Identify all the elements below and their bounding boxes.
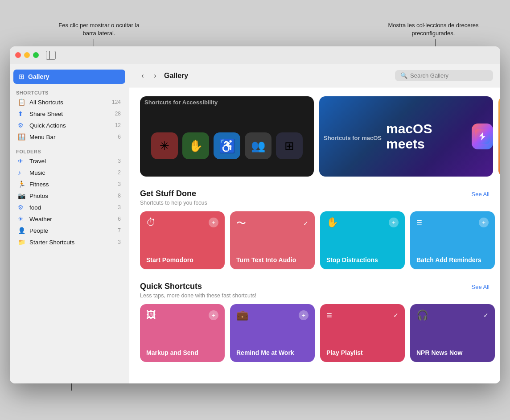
remind-work-card[interactable]: 💼 + Remind Me at Work [230, 304, 315, 362]
audio-icon: 〜 [236, 217, 246, 230]
travel-count: 3 [118, 158, 121, 164]
sidebar-item-travel[interactable]: ✈ Travel 3 [12, 155, 127, 167]
titlebar [10, 46, 500, 64]
quick-shortcuts-header: Quick Shortcuts See All [140, 282, 489, 291]
pomodoro-icon: ⏱ [146, 217, 156, 228]
macos-text: macOS meets [386, 121, 460, 152]
fullscreen-button[interactable] [33, 52, 39, 58]
quick-shortcuts-cards: 🖼 + Markup and Send 💼 + [140, 304, 489, 362]
acc-icon-4: 👥 [245, 132, 271, 159]
remind-card-top: 💼 + [236, 309, 308, 321]
start-pomodoro-card[interactable]: ⏱ + Start Pomodoro [140, 211, 225, 269]
sidebar: ⊞ Gallery Shortcuts 📋 All Shortcuts 124 … [10, 64, 129, 383]
pomodoro-label: Start Pomodoro [146, 256, 218, 264]
banner-section: Shortcuts for Accessibility ✳ ✋ ♿ 👥 ⊞ [140, 96, 489, 177]
menu-bar-label: Menu Bar [29, 134, 118, 140]
play-card-top: ≡ ✓ [326, 309, 399, 321]
gallery-content: Shortcuts for Accessibility ✳ ✋ ♿ 👥 ⊞ [129, 87, 500, 383]
accessibility-icons: ✳ ✋ ♿ 👥 ⊞ [140, 106, 314, 177]
share-sheet-label: Share Sheet [29, 111, 115, 117]
stop-add-btn[interactable]: + [389, 218, 399, 227]
card-top: ⏱ + [146, 217, 218, 228]
get-stuff-done-subtitle: Shortcuts to help you focus [140, 200, 489, 206]
sidebar-item-menu-bar[interactable]: 🪟 Menu Bar 6 [12, 131, 127, 143]
sidebar-item-people[interactable]: 👤 People 7 [12, 225, 127, 236]
photos-icon: 📷 [18, 192, 27, 199]
sidebar-item-starter-shortcuts[interactable]: 📁 Starter Shortcuts 3 [12, 236, 127, 248]
sidebar-item-weather[interactable]: ☀ Weather 6 [12, 213, 127, 225]
sidebar-toggle-button[interactable] [46, 51, 56, 60]
get-stuff-done-see-all[interactable]: See All [472, 191, 489, 198]
quick-shortcuts-see-all[interactable]: See All [472, 284, 489, 290]
card-top-4: ≡ + [416, 217, 489, 228]
back-button[interactable]: ‹ [136, 70, 149, 82]
get-stuff-done-title: Get Stuff Done [140, 189, 196, 198]
stop-icon: ✋ [326, 217, 338, 228]
starter-shortcuts-label: Starter Shortcuts [29, 239, 118, 246]
food-icon: ⚙ [18, 204, 27, 211]
reminders-add-btn[interactable]: + [479, 218, 489, 227]
acc-icon-1: ✳ [151, 132, 178, 159]
quick-shortcuts-title: Quick Shortcuts [140, 282, 202, 291]
app-body: ⊞ Gallery Shortcuts 📋 All Shortcuts 124 … [10, 64, 500, 383]
markup-card-top: 🖼 + [146, 309, 218, 321]
gallery-nav-button[interactable]: ⊞ Gallery [13, 70, 125, 84]
music-count: 2 [118, 169, 121, 176]
macos-banner-title: Shortcuts for macOS [324, 135, 382, 141]
menu-bar-count: 6 [118, 134, 121, 140]
sidebar-item-quick-actions[interactable]: ⚙ Quick Actions 12 [12, 119, 127, 131]
markup-send-card[interactable]: 🖼 + Markup and Send [140, 304, 225, 362]
npr-icon: 🎧 [416, 309, 428, 321]
page-title: Gallery [164, 72, 188, 80]
sidebar-item-music[interactable]: ♪ Music 2 [12, 167, 127, 178]
batch-reminders-label: Batch Add Reminders [416, 256, 489, 264]
batch-reminders-card[interactable]: ≡ + Batch Add Reminders [410, 211, 495, 269]
search-input[interactable] [410, 72, 488, 79]
all-shortcuts-icon: 📋 [18, 99, 27, 106]
close-button[interactable] [15, 52, 21, 58]
remind-add-btn[interactable]: + [299, 310, 308, 320]
sidebar-item-food[interactable]: ⚙ food 3 [12, 202, 127, 213]
quick-actions-count: 12 [115, 122, 121, 128]
markup-send-label: Markup and Send [146, 349, 218, 357]
menu-bar-icon: 🪟 [18, 133, 27, 140]
weather-count: 6 [118, 216, 121, 222]
stop-distractions-card[interactable]: ✋ + Stop Distractions [320, 211, 405, 269]
get-stuff-done-section: Get Stuff Done See All Shortcuts to help… [140, 189, 489, 269]
play-playlist-card[interactable]: ≡ ✓ Play Playlist [320, 304, 405, 362]
accessibility-banner[interactable]: Shortcuts for Accessibility ✳ ✋ ♿ 👥 ⊞ [140, 96, 314, 177]
play-playlist-label: Play Playlist [326, 349, 399, 357]
text-audio-check: ✓ [303, 220, 308, 227]
app-window: ⊞ Gallery Shortcuts 📋 All Shortcuts 124 … [10, 46, 500, 383]
pomodoro-add-btn[interactable]: + [209, 218, 218, 227]
quick-actions-label: Quick Actions [29, 122, 115, 129]
npr-news-card[interactable]: 🎧 ✓ NPR News Now [410, 304, 495, 362]
text-to-audio-card[interactable]: 〜 ✓ Turn Text Into Audio [230, 211, 315, 269]
gallery-icon: ⊞ [19, 73, 25, 81]
photos-count: 8 [118, 193, 121, 199]
minimize-button[interactable] [24, 52, 30, 58]
acc-icon-5: ⊞ [276, 132, 303, 159]
sidebar-item-photos[interactable]: 📷 Photos 8 [12, 190, 127, 202]
music-label: Music [29, 169, 118, 176]
forward-button[interactable]: › [149, 70, 161, 82]
sidebar-item-fitness[interactable]: 🏃 Fitness 3 [12, 178, 127, 190]
fitness-label: Fitness [29, 181, 118, 188]
markup-add-btn[interactable]: + [209, 310, 218, 320]
starter-shortcuts-icon: 📁 [18, 239, 27, 246]
card-top-3: ✋ + [326, 217, 399, 228]
npr-label: NPR News Now [416, 349, 489, 357]
text-audio-label: Turn Text Into Audio [236, 256, 308, 264]
share-sheet-icon: ⬆ [18, 110, 27, 117]
quick-actions-icon: ⚙ [18, 122, 27, 129]
search-icon: 🔍 [400, 72, 407, 79]
sidebar-item-all-shortcuts[interactable]: 📋 All Shortcuts 124 [12, 96, 127, 108]
sidebar-item-share-sheet[interactable]: ⬆ Share Sheet 28 [12, 108, 127, 119]
play-check: ✓ [393, 312, 399, 319]
macos-banner[interactable]: Shortcuts for macOS macOS meets [319, 96, 493, 177]
banner-cards-row: Shortcuts for Accessibility ✳ ✋ ♿ 👥 ⊞ [140, 96, 489, 177]
fitness-count: 3 [118, 181, 121, 187]
remind-work-label: Remind Me at Work [236, 349, 308, 357]
get-stuff-done-cards: ⏱ + Start Pomodoro 〜 ✓ [140, 211, 489, 269]
main-content: ‹ › Gallery 🔍 [129, 64, 500, 383]
